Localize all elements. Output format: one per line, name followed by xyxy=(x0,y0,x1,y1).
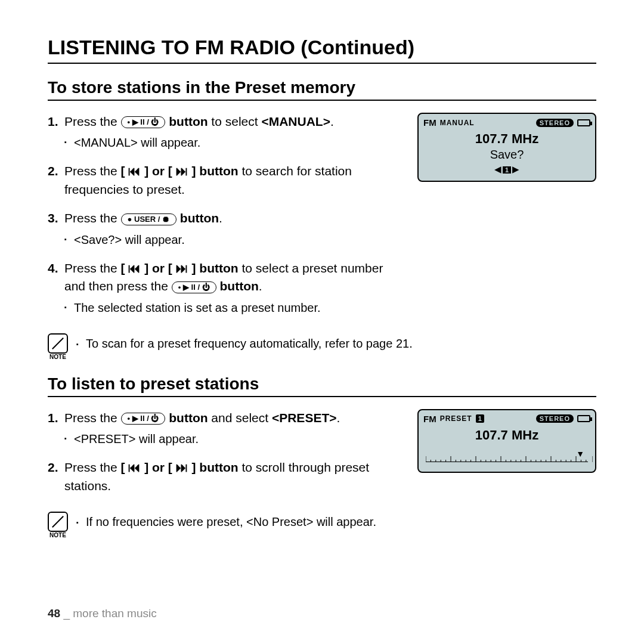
text: [ ⏮ ] or [ ⏭ ] button xyxy=(121,460,239,474)
page-number: 48 xyxy=(48,607,60,620)
play-button-icon: • ▶ II / ⏻ xyxy=(172,281,216,293)
text: Press the xyxy=(64,261,121,275)
text: Press the xyxy=(64,164,121,178)
play-button-icon: • ▶ II / ⏻ xyxy=(121,116,166,128)
play-button-icon: • ▶ II / ⏻ xyxy=(121,413,166,425)
note-text: If no frequencies were preset, <No Prese… xyxy=(76,515,596,529)
note-2: NOTE If no frequencies were preset, <No … xyxy=(48,512,596,538)
text: Press the xyxy=(64,460,121,474)
note-text: To scan for a preset frequency automatic… xyxy=(76,337,596,351)
step1: Press the • ▶ II / ⏻ button to select <M… xyxy=(48,113,403,151)
text: and select xyxy=(208,411,272,425)
page-title: LISTENING TO FM RADIO (Continued) xyxy=(48,36,596,64)
step3: Press the ● USER / ⏺ button. <Save?> wil… xyxy=(48,209,403,248)
fm-label: FM xyxy=(423,414,436,424)
sub: <PRESET> will appear. xyxy=(64,431,403,448)
text: Press the xyxy=(64,114,121,128)
text: . xyxy=(219,211,222,225)
footer-text: more than music xyxy=(73,607,156,620)
sub: <Save?> will appear. xyxy=(64,231,403,249)
stereo-badge: STEREO xyxy=(536,119,574,127)
page-footer: 48 _ more than music xyxy=(48,607,157,620)
fm-label: FM xyxy=(423,117,436,128)
frequency: 107.7 MHz xyxy=(423,428,590,443)
battery-icon xyxy=(577,119,590,126)
tuning-ruler: ▼ xyxy=(423,449,590,466)
nav-arrows: ◀1▶ xyxy=(423,164,590,175)
sub: <MANUAL> will appear. xyxy=(64,134,403,151)
mode-label: MANUAL xyxy=(440,119,475,127)
step2: Press the [ ⏮ ] or [ ⏭ ] button to scrol… xyxy=(48,459,403,495)
frequency: 107.7 MHz xyxy=(423,131,590,147)
text: button xyxy=(169,411,208,425)
note-icon xyxy=(48,512,68,532)
text: [ ⏮ ] or [ ⏭ ] button xyxy=(121,164,239,178)
text: button xyxy=(219,279,258,293)
step1: Press the • ▶ II / ⏻ button and select <… xyxy=(48,409,403,448)
nav-num: 1 xyxy=(503,166,511,174)
text: to select xyxy=(208,114,262,128)
step2: Press the [ ⏮ ] or [ ⏭ ] button to searc… xyxy=(48,162,403,199)
preset-num-badge: 1 xyxy=(476,414,484,423)
stereo-badge: STEREO xyxy=(536,414,574,423)
text: [ ⏮ ] or [ ⏭ ] button xyxy=(121,261,239,275)
user-button-icon: ● USER / ⏺ xyxy=(121,213,177,225)
device-screen-1: FM MANUAL STEREO 107.7 MHz Save? ◀1▶ xyxy=(417,113,596,182)
step4: Press the [ ⏮ ] or [ ⏭ ] button to selec… xyxy=(48,259,403,317)
text: button xyxy=(169,114,208,128)
mode-label: PRESET xyxy=(440,414,472,423)
text: <MANUAL> xyxy=(261,114,330,128)
device-screen-2: FM PRESET 1 STEREO 107.7 MHz ▼ xyxy=(417,409,596,473)
save-prompt: Save? xyxy=(423,148,590,162)
text: . xyxy=(259,279,262,293)
sub: The selected station is set as a preset … xyxy=(64,299,403,317)
section1-heading: To store stations in the Preset memory xyxy=(48,78,596,101)
text: <PRESET> xyxy=(272,411,337,425)
text: Press the xyxy=(64,211,121,225)
note-icon xyxy=(48,333,68,354)
note-label: NOTE xyxy=(49,532,66,538)
text: Press the xyxy=(64,411,121,425)
section2-instructions: Press the • ▶ II / ⏻ button and select <… xyxy=(48,409,403,506)
note-1: NOTE To scan for a preset frequency auto… xyxy=(48,333,596,360)
note-label: NOTE xyxy=(49,354,66,360)
sep: _ xyxy=(60,607,73,620)
section1-instructions: Press the • ▶ II / ⏻ button to select <M… xyxy=(48,113,403,327)
text: . xyxy=(337,411,340,425)
text: . xyxy=(330,114,334,128)
section2-heading: To listen to preset stations xyxy=(48,374,596,397)
text: button xyxy=(180,211,219,225)
battery-icon xyxy=(577,415,590,422)
